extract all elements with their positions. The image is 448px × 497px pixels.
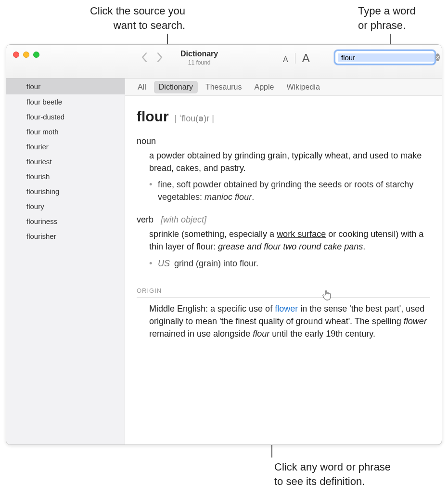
sidebar-item[interactable]: floury: [6, 199, 125, 214]
origin-text: Middle English: a specific use of: [149, 304, 275, 314]
sidebar-item[interactable]: flouriness: [6, 214, 125, 229]
search-field-wrap: ✕: [334, 50, 436, 65]
example-text: manioc flour: [205, 192, 252, 202]
sidebar-item[interactable]: flourishing: [6, 184, 125, 199]
divider: [295, 53, 295, 64]
close-button[interactable]: [13, 52, 19, 58]
window-controls: [13, 52, 39, 58]
tab-all[interactable]: All: [133, 81, 151, 93]
definition-noun[interactable]: a powder obtained by grinding grain, typ…: [137, 149, 430, 174]
definition-content: flour | ˈflou(ə)r | noun a powder obtain…: [125, 96, 442, 445]
results-sidebar: flourflour beetleflour-dustedflour mothf…: [6, 78, 125, 445]
callout-word: Click any word or phraseto see its defin…: [274, 460, 391, 488]
origin-italic: flower: [404, 316, 427, 326]
titlebar: Dictionary 11 found A A ✕: [6, 45, 442, 78]
callout-source: Click the source youwant to search.: [89, 4, 185, 32]
sidebar-item[interactable]: flour moth: [6, 124, 125, 139]
linked-phrase[interactable]: work surface: [277, 229, 326, 239]
result-count: 11 found: [180, 59, 218, 66]
sidebar-item[interactable]: flourisher: [6, 229, 125, 244]
sidebar-item[interactable]: flour: [6, 78, 125, 94]
title-block: Dictionary 11 found: [180, 50, 218, 66]
origin-text: until the early 19th century.: [269, 329, 375, 339]
source-tabs: AllDictionaryThesaurusAppleWikipedia: [125, 78, 442, 96]
pronunciation: | ˈflou(ə)r |: [175, 113, 214, 124]
tab-wikipedia[interactable]: Wikipedia: [282, 81, 324, 93]
pos-qualifier: [with object]: [161, 215, 206, 224]
dictionary-window: Dictionary 11 found A A ✕ AllDictionaryT…: [6, 44, 442, 445]
sidebar-item[interactable]: flour beetle: [6, 94, 125, 109]
region-label: US: [158, 259, 170, 268]
tab-thesaurus[interactable]: Thesaurus: [201, 81, 247, 93]
callout-search: Type a wordor phrase.: [358, 4, 416, 32]
definition-verb[interactable]: sprinkle (something, especially a work s…: [137, 228, 430, 253]
pos-label: verb: [137, 215, 154, 224]
subdef-text: grind (grain) into flour.: [172, 259, 258, 268]
nav-arrows: [141, 52, 163, 64]
clear-search-button[interactable]: ✕: [435, 53, 440, 61]
origin-link[interactable]: flower: [275, 304, 298, 314]
fullscreen-button[interactable]: [33, 52, 39, 58]
part-of-speech-verb: verb [with object]: [137, 215, 430, 225]
subdef-text: fine, soft powder obtained by grinding t…: [158, 180, 413, 202]
font-larger-button[interactable]: A: [302, 52, 310, 65]
sidebar-item[interactable]: flourish: [6, 169, 125, 184]
subdefinition-verb[interactable]: US grind (grain) into flour.: [149, 257, 430, 270]
origin-italic: flour: [253, 329, 269, 339]
font-size-controls: A A: [283, 52, 310, 65]
sidebar-item[interactable]: flouriest: [6, 154, 125, 169]
back-button[interactable]: [141, 52, 148, 64]
def-text: sprinkle (something, especially a: [149, 229, 277, 239]
sidebar-item[interactable]: flourier: [6, 139, 125, 154]
part-of-speech-noun: noun: [137, 136, 430, 146]
period: .: [363, 242, 365, 251]
search-input[interactable]: [338, 53, 435, 62]
window-title: Dictionary: [180, 50, 218, 58]
example-text: grease and flour two round cake pans: [218, 242, 363, 251]
subdefinition-noun[interactable]: fine, soft powder obtained by grinding t…: [149, 178, 430, 203]
origin-text: remained in use alongside: [149, 329, 253, 339]
tab-apple[interactable]: Apple: [250, 81, 279, 93]
font-smaller-button[interactable]: A: [283, 55, 288, 64]
headword: flour: [137, 108, 169, 125]
sidebar-item[interactable]: flour-dusted: [6, 109, 125, 124]
minimize-button[interactable]: [23, 52, 29, 58]
period: .: [252, 192, 254, 202]
forward-button[interactable]: [156, 52, 163, 64]
origin-heading: ORIGIN: [137, 287, 430, 298]
tab-dictionary[interactable]: Dictionary: [154, 81, 198, 93]
origin-body[interactable]: Middle English: a specific use of flower…: [137, 302, 430, 340]
